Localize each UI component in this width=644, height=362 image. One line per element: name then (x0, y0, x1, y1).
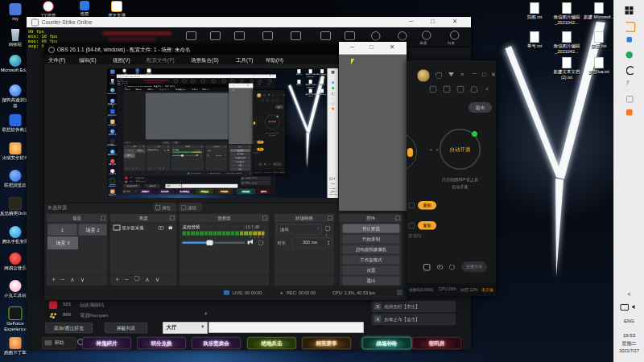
cso-close-button[interactable]: ✕ (452, 19, 457, 25)
file-wechat-img-1[interactable]: 微信图片编辑_2021042... (550, 2, 584, 25)
menu-scene-collection[interactable]: 场景集合(S) (191, 56, 219, 64)
shield-icon[interactable] (436, 72, 442, 79)
file-new-text-doc[interactable]: 新建文本文档 (2).txt (550, 57, 584, 80)
menu-file[interactable]: 文件(F) (48, 56, 65, 64)
cso-mail-icon[interactable] (345, 31, 355, 40)
mic-toggle-orange[interactable] (407, 148, 413, 157)
menu-edit[interactable]: 编辑(E) (79, 56, 97, 64)
clock-time[interactable]: 19:53 (614, 332, 644, 338)
map-row-2[interactable]: 4 剧毒之布【追击】 (372, 314, 456, 325)
properties-button[interactable]: 属性 (153, 203, 176, 212)
map-row-1[interactable]: 5 地狱围栏【求生】 (372, 301, 456, 312)
taskbar-cursor-icon[interactable] (627, 80, 633, 86)
tray-monitor-icon[interactable] (621, 304, 630, 311)
sources-dock-header[interactable]: 来源 (110, 214, 177, 224)
scene-tile-1[interactable]: 1 (48, 224, 77, 236)
file-danhao[interactable]: 单号.txt (518, 31, 551, 49)
mixer-gear-icon[interactable] (258, 241, 264, 246)
hall-dropdown[interactable]: 大厅 ▼ (163, 322, 208, 334)
volume-slider-handle[interactable] (207, 241, 213, 246)
mic-connect-button[interactable]: 连麦互动 (461, 261, 487, 272)
virtual-camera-button[interactable]: 启动虚拟摄像机 (343, 245, 400, 254)
friend-row-1[interactable]: 585 玩破璃聊吗 (47, 300, 192, 310)
lobby-button-juedi[interactable]: 绝地反击 (247, 337, 296, 349)
small-window-minimize[interactable]: ─ (350, 43, 354, 50)
cso-calendar-icon[interactable] (262, 31, 273, 40)
transition-gear-icon[interactable] (325, 226, 331, 232)
menu-help[interactable]: 帮助(H) (266, 56, 283, 64)
share-icon[interactable]: < (485, 85, 489, 92)
lobby-search-input[interactable] (208, 322, 364, 333)
studio-mode-button[interactable]: 工作室模式 (343, 256, 400, 265)
tray-speaker-icon[interactable] (632, 305, 635, 309)
cso-key-icon[interactable] (320, 31, 331, 40)
add-friend-button[interactable]: 添加/通过好友 (45, 323, 93, 333)
huya-close[interactable]: ✕ (491, 71, 496, 77)
cso-audio-icon[interactable] (234, 31, 245, 40)
tray-language[interactable]: ENG (614, 318, 644, 323)
bell-icon[interactable] (471, 86, 477, 93)
taskbar-grey-icon[interactable] (626, 96, 634, 103)
scene-tile-2[interactable]: 场景 2 (79, 224, 107, 236)
cso-options-icon[interactable] (422, 31, 431, 40)
remove-scene-button[interactable]: − (61, 276, 64, 283)
huya-minimize[interactable]: ─ (473, 70, 477, 76)
cso-briefcase-icon[interactable] (291, 31, 301, 40)
source-row-display-capture[interactable]: 显示器采集 (111, 224, 176, 233)
transition-updown-icon[interactable]: ↕ (325, 232, 328, 237)
start-recording-button[interactable]: 开始录制 (343, 235, 400, 244)
cso-minimize-button[interactable]: ─ (409, 18, 413, 24)
taskbar-orange-icon[interactable] (626, 109, 633, 116)
huya-settings-icon[interactable] (449, 265, 455, 270)
stop-streaming-button[interactable]: 停止推流 (343, 224, 400, 233)
scene-up-button[interactable]: ∧ (70, 276, 74, 283)
file-wechat-img-2[interactable]: 微信图片编辑_2021042... (550, 31, 584, 54)
quit-pill-button[interactable]: 退出 (469, 102, 492, 113)
file-new-microsoft[interactable]: 新建 Microsof... (582, 2, 616, 20)
gift-icon[interactable] (457, 86, 464, 93)
menu-profile[interactable]: 配置文件(P) (147, 56, 175, 64)
help-chip[interactable]: 帮助 (42, 337, 76, 349)
scene-tile-3[interactable]: 场景 3 (48, 237, 78, 249)
block-list-button[interactable]: 屏蔽列表 (105, 323, 147, 333)
file-logitech-lua[interactable]: 罗技lua.txt (582, 57, 616, 75)
preview-eye-icon[interactable] (437, 265, 443, 269)
menu-view[interactable]: 视图(V) (113, 56, 130, 64)
taskbar-huya-icon[interactable] (625, 22, 636, 32)
mixer-dock-header[interactable]: 混音器 (180, 214, 270, 224)
cso-shield-icon[interactable] (371, 31, 381, 41)
scene-down-button[interactable]: ∨ (80, 276, 85, 283)
lock-icon[interactable] (444, 86, 450, 93)
cso-note-icon[interactable] (210, 31, 221, 40)
avatar[interactable] (417, 69, 430, 82)
desktop-icon-yy[interactable]: YY语音 (31, 1, 65, 19)
small-window-close[interactable]: ✕ (390, 44, 394, 51)
volume-slider-track[interactable] (183, 242, 246, 245)
file-rongzhi[interactable]: 荣置.txt (582, 31, 616, 49)
file-paitu[interactable]: 拍图.txt (518, 2, 551, 20)
add-source-button[interactable]: + (116, 276, 119, 283)
source-up-button[interactable]: ∧ (145, 276, 149, 283)
transition-select[interactable]: 淡出 ↕ (277, 224, 322, 235)
lock-icon[interactable] (169, 227, 173, 230)
small-window-maximize[interactable]: □ (369, 44, 374, 51)
taskbar-g-icon[interactable] (626, 66, 636, 76)
friend-row-2[interactable]: 888 電酒Rampart ▼ (47, 311, 192, 320)
duration-spinbox[interactable]: 300 ms ▲▼ (292, 238, 332, 249)
tv-icon[interactable] (430, 86, 436, 93)
filter-icon[interactable] (448, 72, 454, 76)
speaker-icon[interactable] (250, 240, 254, 245)
scenes-dock-header[interactable]: 场景 (47, 214, 108, 224)
tray-chevron[interactable]: < (614, 290, 644, 297)
cso-exit-icon[interactable] (186, 31, 196, 40)
start-button[interactable] (625, 6, 630, 10)
settings-button[interactable]: 设置 (343, 266, 400, 275)
lobby-button-zhanchang[interactable]: 战场补给 (362, 337, 411, 349)
desktop-icon-huya[interactable]: 虎牙直播 (100, 1, 134, 19)
lobby-button-shengui[interactable]: 神鬼碎片 (82, 337, 131, 349)
spin-arrows[interactable]: ▲▼ (327, 240, 330, 246)
menu-icon[interactable]: ≡ (460, 71, 464, 77)
huya-maximize[interactable]: □ (482, 71, 485, 77)
source-properties-button[interactable] (134, 276, 139, 282)
record-icon[interactable] (423, 264, 431, 271)
